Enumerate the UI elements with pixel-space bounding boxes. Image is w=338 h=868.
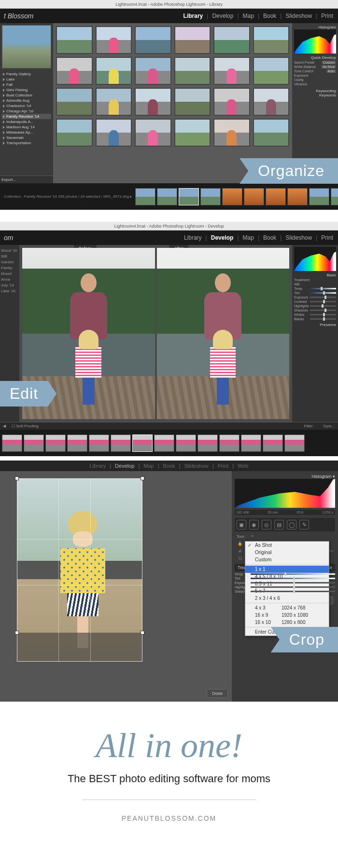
film-thumb[interactable] (2, 434, 22, 452)
preset-item[interactable]: Garden (1, 260, 18, 264)
grid-thumb[interactable] (135, 88, 171, 116)
filmstrip[interactable]: Collection : Family Reunion '14 256 phot… (0, 183, 338, 210)
film-thumb[interactable] (179, 188, 199, 205)
loupe-view[interactable]: Before After (19, 245, 292, 422)
film-thumb[interactable] (309, 188, 329, 205)
crop-handle[interactable] (15, 631, 19, 635)
film-thumb[interactable] (45, 434, 66, 452)
histogram-header[interactable]: Histogram ▾ (235, 474, 335, 479)
preset-item[interactable]: WB (1, 254, 18, 258)
qd-exposure[interactable]: Exposure (294, 74, 336, 77)
grid-thumb[interactable] (56, 88, 93, 116)
grid-thumb[interactable] (96, 26, 132, 54)
grid-thumb[interactable] (96, 119, 132, 147)
qd-preset[interactable]: Saved PresetCustom (294, 61, 336, 64)
film-thumb[interactable] (111, 434, 131, 452)
film-thumb[interactable] (284, 434, 305, 452)
aspect-option[interactable]: 4 x 31024 x 768 (245, 604, 329, 611)
preset-item[interactable]: Anna (1, 277, 18, 282)
radial-tool-icon[interactable]: ◯ (287, 520, 296, 529)
grid-thumb[interactable] (253, 88, 290, 116)
module-develop[interactable]: Develop (115, 463, 134, 469)
grid-thumb[interactable] (56, 119, 93, 147)
aspect-option[interactable]: Original (245, 549, 329, 556)
film-thumb[interactable] (132, 434, 153, 452)
film-thumb[interactable] (331, 188, 338, 205)
module-slideshow[interactable]: Slideshow (285, 234, 312, 241)
grid-thumb[interactable] (174, 26, 211, 54)
slider-temp[interactable]: Temp (294, 287, 336, 290)
qd-vibrance[interactable]: Vibrance (294, 82, 336, 86)
soft-proofing-toggle[interactable]: ☐ Soft Proofing (12, 424, 38, 428)
film-thumb[interactable] (157, 188, 177, 205)
slider-blacks[interactable]: Blacks (294, 317, 336, 321)
preset-item[interactable]: Family (1, 266, 18, 270)
done-button[interactable]: Done (207, 689, 228, 698)
slider-shadows[interactable]: Shadows (294, 309, 336, 312)
folder-item[interactable]: Savannah (2, 135, 51, 140)
qd-wb[interactable]: White BalanceAs Shot (294, 65, 336, 68)
redeye-tool-icon[interactable]: ◎ (262, 520, 271, 529)
grid-thumb[interactable] (174, 57, 211, 85)
grid-thumb[interactable] (135, 26, 171, 54)
film-thumb[interactable] (154, 434, 174, 452)
folder-item[interactable]: Lake (2, 77, 51, 82)
keywording-header[interactable]: Keywording (294, 89, 336, 93)
film-thumb[interactable] (287, 188, 308, 205)
crop-overlay[interactable] (17, 478, 142, 662)
gradient-tool-icon[interactable]: ▤ (274, 520, 284, 529)
grid-thumb[interactable] (135, 57, 171, 85)
brush-tool-icon[interactable]: ✎ (299, 520, 309, 529)
film-thumb[interactable] (222, 188, 242, 205)
preset-item[interactable]: Lake '16 (1, 289, 18, 293)
grid-thumb[interactable] (213, 119, 250, 147)
aspect-option-selected[interactable]: 1 x 1 (245, 566, 329, 573)
aspect-option[interactable]: As Shot (245, 542, 329, 549)
basic-header[interactable]: Basic (294, 273, 336, 277)
module-develop[interactable]: Develop (212, 13, 233, 19)
folder-item[interactable]: Fall (2, 82, 51, 87)
slider-exposure[interactable]: Exposure (294, 296, 336, 299)
film-thumb[interactable] (24, 434, 44, 452)
lock-icon[interactable]: 🔒 (237, 542, 243, 546)
grid-thumb[interactable] (213, 26, 250, 54)
preset-item[interactable]: Shoot '16 (1, 248, 18, 253)
film-thumb[interactable] (176, 434, 196, 452)
module-slideshow[interactable]: Slideshow (184, 463, 209, 469)
grid-thumb[interactable] (253, 57, 290, 85)
grid-thumb[interactable] (174, 119, 211, 147)
aspect-option[interactable]: 16 x 101280 x 800 (245, 619, 329, 626)
folder-item[interactable]: Madison Aug '14 (2, 124, 51, 130)
grid-thumb[interactable] (213, 88, 250, 116)
film-thumb[interactable] (266, 188, 286, 205)
module-map[interactable]: Map (243, 234, 254, 241)
slider-highlights[interactable]: Highlights (294, 304, 336, 308)
module-map[interactable]: Map (143, 463, 154, 469)
grid-thumb[interactable] (56, 57, 93, 85)
crop-tool-icon[interactable]: ▣ (237, 520, 246, 529)
folder-item[interactable]: Charleston '14 (2, 103, 51, 108)
aspect-option[interactable]: Custom (245, 556, 329, 563)
crop-handle[interactable] (15, 476, 19, 480)
module-print[interactable]: Print (321, 234, 333, 241)
module-book[interactable]: Book (263, 234, 276, 241)
grid-thumb[interactable] (253, 119, 290, 147)
grid-thumb[interactable] (174, 88, 211, 116)
module-book[interactable]: Book (263, 13, 276, 19)
folder-item[interactable]: Milwaukee Ap... (2, 130, 51, 135)
grid-thumb[interactable] (56, 26, 93, 54)
folder-item[interactable]: Asheville Aug (2, 98, 51, 103)
qd-clarity[interactable]: Clarity (294, 78, 336, 81)
slider-whites[interactable]: Whites (294, 313, 336, 316)
crop-handle[interactable] (141, 631, 144, 635)
film-thumb[interactable] (67, 434, 87, 452)
module-print[interactable]: Print (218, 463, 229, 469)
film-thumb[interactable] (200, 188, 221, 205)
preset-item[interactable]: July '14 (1, 283, 18, 287)
module-print[interactable]: Print (321, 13, 333, 19)
film-thumb[interactable] (263, 434, 283, 452)
folder-item[interactable]: Boat Collection (2, 93, 51, 98)
folder-item[interactable]: Family Gallery (2, 71, 51, 77)
folder-item[interactable]: Indianapolis A... (2, 119, 51, 124)
qd-tone[interactable]: Tone ControlAuto (294, 69, 336, 73)
